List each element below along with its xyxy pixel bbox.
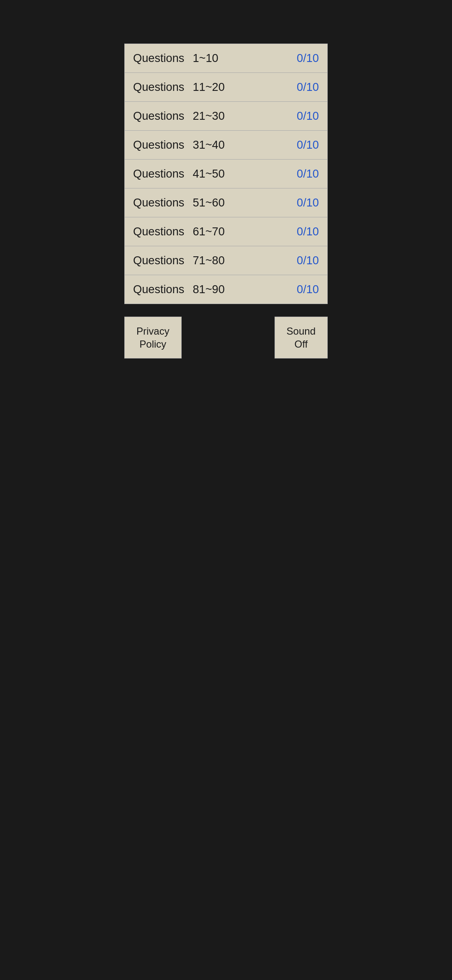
- question-label: Questions: [133, 196, 184, 209]
- sound-off-button[interactable]: SoundOff: [275, 317, 328, 358]
- question-score: 0/10: [297, 196, 319, 209]
- question-range: 1~10: [193, 52, 218, 65]
- footer-buttons: PrivacyPolicy SoundOff: [124, 317, 328, 358]
- question-list: Questions1~100/10Questions11~200/10Quest…: [124, 44, 328, 304]
- question-row[interactable]: Questions61~700/10: [125, 217, 327, 246]
- question-row[interactable]: Questions11~200/10: [125, 73, 327, 102]
- question-score: 0/10: [297, 52, 319, 65]
- question-row[interactable]: Questions71~800/10: [125, 246, 327, 275]
- question-row[interactable]: Questions31~400/10: [125, 131, 327, 160]
- question-score: 0/10: [297, 138, 319, 152]
- question-label: Questions: [133, 109, 184, 123]
- page-wrapper: Questions1~100/10Questions11~200/10Quest…: [113, 0, 339, 375]
- question-range: 21~30: [193, 109, 224, 123]
- question-row[interactable]: Questions51~600/10: [125, 188, 327, 217]
- question-range: 51~60: [193, 196, 224, 209]
- question-score: 0/10: [297, 254, 319, 267]
- question-score: 0/10: [297, 167, 319, 181]
- question-score: 0/10: [297, 225, 319, 238]
- question-label: Questions: [133, 283, 184, 296]
- question-range: 11~20: [193, 80, 224, 94]
- question-range: 71~80: [193, 254, 224, 267]
- question-label: Questions: [133, 254, 184, 267]
- question-label: Questions: [133, 167, 184, 181]
- question-row[interactable]: Questions41~500/10: [125, 160, 327, 188]
- question-label: Questions: [133, 80, 184, 94]
- question-range: 61~70: [193, 225, 224, 238]
- question-label: Questions: [133, 138, 184, 152]
- question-label: Questions: [133, 225, 184, 238]
- question-row[interactable]: Questions21~300/10: [125, 102, 327, 131]
- question-row[interactable]: Questions1~100/10: [125, 44, 327, 73]
- app-title: [213, 0, 239, 44]
- question-score: 0/10: [297, 109, 319, 123]
- question-label: Questions: [133, 52, 184, 65]
- question-score: 0/10: [297, 283, 319, 296]
- question-range: 31~40: [193, 138, 224, 152]
- question-score: 0/10: [297, 80, 319, 94]
- question-range: 81~90: [193, 283, 224, 296]
- privacy-policy-button[interactable]: PrivacyPolicy: [124, 317, 182, 358]
- question-range: 41~50: [193, 167, 224, 181]
- question-row[interactable]: Questions81~900/10: [125, 275, 327, 304]
